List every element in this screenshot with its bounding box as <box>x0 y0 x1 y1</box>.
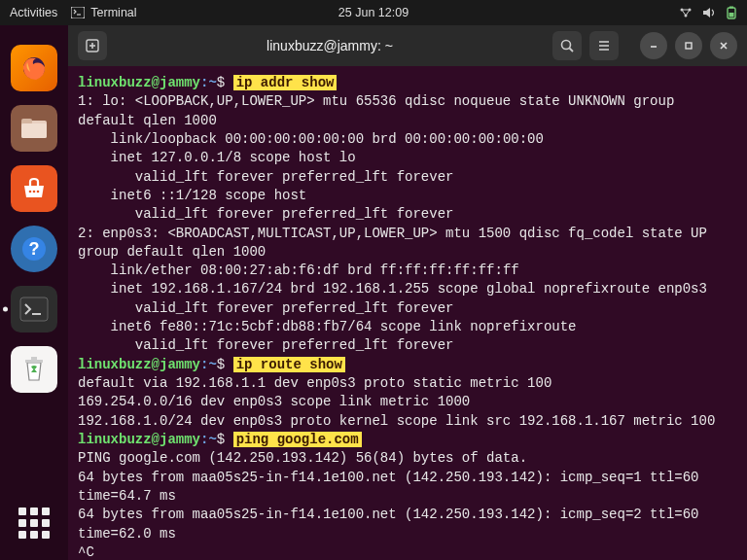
clock[interactable]: 25 Jun 12:09 <box>338 6 409 19</box>
top-bar: Activities Terminal 25 Jun 12:09 <box>0 0 747 25</box>
hamburger-menu-button[interactable] <box>589 31 619 60</box>
prompt-dollar: $ <box>217 432 225 447</box>
active-app-label: Terminal <box>90 6 136 19</box>
svg-rect-6 <box>729 7 733 9</box>
prompt-dollar: $ <box>217 357 225 372</box>
svg-rect-7 <box>729 13 734 18</box>
prompt-user: linuxbuzz@jammy <box>78 357 200 372</box>
svg-point-12 <box>33 191 36 193</box>
command-1: ip addr show <box>233 75 338 90</box>
search-button[interactable] <box>552 31 582 60</box>
command-3: ping google.com <box>233 432 362 447</box>
close-button[interactable] <box>710 32 737 59</box>
command-2: ip route show <box>233 357 345 372</box>
dock-firefox[interactable] <box>11 45 57 91</box>
svg-text:?: ? <box>29 239 40 259</box>
minimize-button[interactable] <box>640 32 667 59</box>
svg-point-24 <box>562 41 571 50</box>
dock-trash[interactable] <box>11 346 57 393</box>
dock: ? <box>0 25 68 560</box>
dock-software[interactable] <box>11 165 57 212</box>
terminal-body[interactable]: linuxbuzz@jammy:~$ ip addr show 1: lo: <… <box>68 66 747 560</box>
prompt-path: ~ <box>208 75 216 90</box>
window-title: linuxbuzz@jammy: ~ <box>115 38 545 53</box>
terminal-icon <box>71 7 85 18</box>
output-block-2: default via 192.168.1.1 dev enp0s3 proto… <box>78 375 715 429</box>
volume-icon[interactable] <box>702 7 716 18</box>
svg-rect-20 <box>31 357 37 360</box>
output-block-3: PING google.com (142.250.193.142) 56(84)… <box>78 450 707 560</box>
output-block-1: 1: lo: <LOOPBACK,UP,LOWER_UP> mtu 65536 … <box>78 93 715 353</box>
svg-rect-17 <box>20 298 48 321</box>
active-app-indicator[interactable]: Terminal <box>71 6 136 19</box>
dock-terminal[interactable] <box>11 286 57 332</box>
svg-point-13 <box>29 191 32 193</box>
maximize-button[interactable] <box>675 32 702 59</box>
network-icon[interactable] <box>679 7 693 18</box>
activities-button[interactable]: Activities <box>10 6 57 19</box>
prompt-dollar: $ <box>217 75 225 90</box>
dock-apps-grid[interactable] <box>11 500 57 546</box>
new-tab-button[interactable] <box>78 31 107 60</box>
prompt-path: ~ <box>208 432 216 447</box>
svg-point-14 <box>37 191 40 193</box>
dock-files[interactable] <box>11 105 57 152</box>
terminal-titlebar: linuxbuzz@jammy: ~ <box>68 25 747 66</box>
svg-rect-19 <box>25 360 43 363</box>
svg-line-25 <box>570 49 574 52</box>
prompt-user: linuxbuzz@jammy <box>78 432 200 447</box>
prompt-user: linuxbuzz@jammy <box>78 75 200 90</box>
dock-help[interactable]: ? <box>11 226 57 272</box>
svg-rect-0 <box>71 7 85 18</box>
apps-grid-icon <box>18 508 50 539</box>
prompt-path: ~ <box>208 357 216 372</box>
battery-icon[interactable] <box>726 6 737 19</box>
svg-rect-11 <box>21 123 47 138</box>
svg-rect-30 <box>686 43 692 49</box>
terminal-window: linuxbuzz@jammy: ~ linuxbuzz@jammy:~$ ip… <box>68 25 747 560</box>
